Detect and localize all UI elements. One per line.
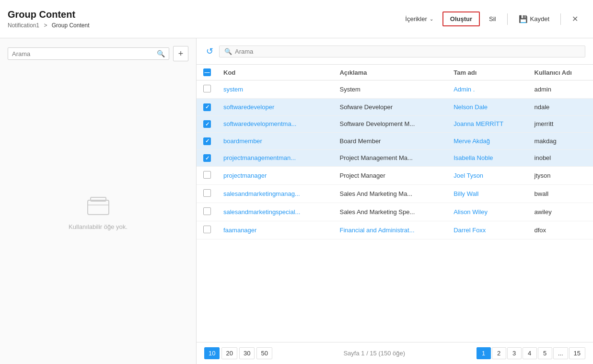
icerikler-label: İçerikler — [405, 15, 427, 23]
row-tam-adi: Admin . — [448, 80, 528, 99]
table-body: systemSystemAdmin .adminsoftwaredevelope… — [197, 80, 593, 239]
header-actions: İçerikler ⌄ Oluştur Sil 💾 Kaydet ✕ — [398, 11, 585, 27]
kaydet-button[interactable]: 💾 Kaydet — [512, 11, 557, 27]
row-kullanici: ndale — [529, 99, 593, 116]
right-panel: ↻ 🔍 Kod Açıklama — [197, 38, 593, 364]
page-2[interactable]: 2 — [492, 347, 506, 359]
row-checkbox[interactable] — [203, 137, 211, 145]
left-search-row: 🔍 + — [8, 46, 188, 61]
olustur-label: Oluştur — [450, 15, 472, 23]
table-row: faamanagerFinancial and Administrat...Da… — [197, 221, 593, 239]
col-header-kullanici: Kullanıcı Adı — [529, 65, 593, 80]
icerikler-button[interactable]: İçerikler ⌄ — [398, 12, 441, 26]
left-search-input[interactable] — [12, 50, 154, 57]
row-tam-adi: Joel Tyson — [448, 167, 528, 185]
row-aciklama: Board Member — [334, 133, 448, 150]
top-header: Group Content Notification1 > Group Cont… — [0, 0, 593, 38]
breadcrumb: Notification1 > Group Content — [8, 22, 89, 29]
table-row: boardmemberBoard MemberMerve Akdağmakdag — [197, 133, 593, 150]
row-kod[interactable]: salesandmarketingspecial... — [218, 203, 334, 221]
row-checkbox[interactable] — [203, 120, 211, 128]
col-header-aciklama: Açıklama — [334, 65, 448, 80]
header-separator-2 — [560, 13, 561, 25]
row-checkbox-cell — [197, 115, 218, 133]
right-search-icon: 🔍 — [224, 48, 232, 55]
row-aciklama: Project Management Ma... — [334, 149, 448, 167]
main-layout: 🔍 + Kullanılabilir öğe yok. ↻ 🔍 — [0, 38, 593, 364]
header-separator — [507, 13, 508, 25]
row-kullanici: inobel — [529, 149, 593, 167]
olustur-button[interactable]: Oluştur — [442, 11, 480, 26]
row-checkbox-cell — [197, 221, 218, 239]
col-header-tam: Tam adı — [448, 65, 528, 80]
row-tam-adi: Billy Wall — [448, 185, 528, 203]
row-checkbox[interactable] — [203, 154, 211, 162]
refresh-icon: ↻ — [206, 46, 213, 57]
sil-button[interactable]: Sil — [482, 12, 503, 26]
row-kod[interactable]: system — [218, 80, 334, 99]
row-kod[interactable]: softwaredeveloper — [218, 99, 334, 116]
breadcrumb-parent[interactable]: Notification1 — [8, 22, 39, 29]
row-tam-adi: Merve Akdağ — [448, 133, 528, 150]
row-aciklama: Project Manager — [334, 167, 448, 185]
row-kod[interactable]: salesandmarketingmanag... — [218, 185, 334, 203]
left-panel: 🔍 + Kullanılabilir öğe yok. — [0, 38, 197, 364]
row-checkbox-cell — [197, 167, 218, 185]
pagination-row: 10 20 30 50 Sayfa 1 / 15 (150 öğe) 1 2 3… — [197, 342, 593, 364]
row-kod[interactable]: projectmanager — [218, 167, 334, 185]
empty-icon — [84, 193, 113, 217]
row-checkbox[interactable] — [203, 226, 211, 233]
table-row: systemSystemAdmin .admin — [197, 80, 593, 99]
page-4[interactable]: 4 — [523, 347, 537, 359]
page-nav: 1 2 3 4 5 ... 15 — [477, 347, 585, 359]
left-search-bar: 🔍 — [8, 47, 169, 60]
page-size-30[interactable]: 30 — [239, 347, 255, 359]
row-kullanici: bwall — [529, 185, 593, 203]
row-kod[interactable]: softwaredevelopmentma... — [218, 115, 334, 133]
kaydet-label: Kaydet — [530, 15, 549, 23]
header-left: Group Content Notification1 > Group Cont… — [8, 9, 89, 29]
close-button[interactable]: ✕ — [565, 11, 585, 27]
row-kullanici: awiley — [529, 203, 593, 221]
row-checkbox[interactable] — [203, 171, 211, 179]
page-3[interactable]: 3 — [507, 347, 522, 359]
row-aciklama: Sofware Developer — [334, 99, 448, 116]
plus-icon: + — [178, 49, 184, 59]
header-checkbox-wrap — [203, 68, 211, 76]
row-tam-adi: Joanna MERRİTT — [448, 115, 528, 133]
empty-text: Kullanılabilir öğe yok. — [69, 223, 128, 230]
table-row: softwaredevelopmentma...Software Develop… — [197, 115, 593, 133]
page-size-50[interactable]: 50 — [256, 347, 272, 359]
sil-label: Sil — [489, 15, 496, 23]
row-kod[interactable]: projectmanagementman... — [218, 149, 334, 167]
header-checkbox-cell — [197, 65, 218, 80]
page-5[interactable]: 5 — [538, 347, 552, 359]
row-checkbox[interactable] — [203, 85, 211, 92]
row-checkbox[interactable] — [203, 189, 211, 197]
table-container: Kod Açıklama Tam adı Kullanıcı Adı syste… — [197, 64, 593, 342]
row-kod[interactable]: faamanager — [218, 221, 334, 239]
row-tam-adi: Nelson Dale — [448, 99, 528, 116]
page-15[interactable]: 15 — [569, 347, 585, 359]
data-table: Kod Açıklama Tam adı Kullanıcı Adı syste… — [197, 64, 593, 239]
refresh-button[interactable]: ↻ — [204, 44, 215, 58]
row-aciklama: Sales And Marketing Spe... — [334, 203, 448, 221]
add-button[interactable]: + — [173, 46, 188, 61]
table-row: softwaredeveloperSofware DeveloperNelson… — [197, 99, 593, 116]
row-checkbox[interactable] — [203, 103, 211, 111]
row-checkbox-cell — [197, 80, 218, 99]
right-search-bar: 🔍 — [219, 46, 585, 57]
row-kod[interactable]: boardmember — [218, 133, 334, 150]
right-search-input[interactable] — [235, 48, 580, 55]
table-header: Kod Açıklama Tam adı Kullanıcı Adı — [197, 65, 593, 80]
page-1[interactable]: 1 — [477, 347, 491, 359]
row-aciklama: Sales And Marketing Ma... — [334, 185, 448, 203]
row-tam-adi: Isabella Noble — [448, 149, 528, 167]
row-checkbox[interactable] — [203, 207, 211, 215]
breadcrumb-current: Group Content — [52, 22, 90, 29]
svg-rect-0 — [88, 200, 109, 215]
page-size-10[interactable]: 10 — [204, 347, 220, 359]
save-icon: 💾 — [519, 15, 528, 23]
header-checkbox[interactable] — [203, 68, 211, 76]
page-size-20[interactable]: 20 — [221, 347, 237, 359]
